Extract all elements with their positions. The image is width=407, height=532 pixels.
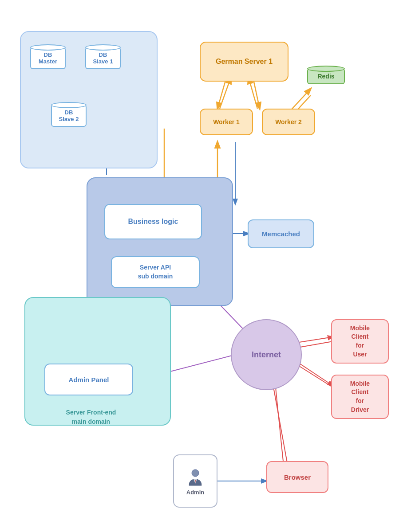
worker1-box: Worker 1 (200, 109, 253, 135)
internet-circle: Internet (231, 319, 302, 390)
memcached-box: Memcached (248, 219, 314, 248)
db-master-label: DB Master (39, 51, 57, 65)
admin-person-icon (186, 467, 205, 486)
db-slave1: DB Slave 1 (85, 44, 121, 69)
redis-label: Redis (317, 73, 334, 80)
german-server-label: German Server 1 (216, 58, 273, 66)
db-slave1-label: DB Slave 1 (93, 51, 113, 65)
business-logic-box: Business logic (104, 204, 202, 239)
admin-panel-label: Admin Panel (69, 376, 109, 383)
mobile-driver-box: Mobile Client for Driver (331, 375, 389, 419)
server-api-label: Server API sub domain (138, 263, 173, 281)
svg-line-2 (253, 78, 260, 109)
svg-point-16 (192, 469, 199, 477)
mobile-user-label: Mobile Client for User (350, 324, 370, 359)
frontend-label-text: Server Front-end main domain (66, 409, 116, 425)
svg-line-4 (249, 78, 257, 109)
frontend-label: Server Front-end main domain (42, 408, 140, 426)
admin-figure-label: Admin (186, 489, 204, 496)
worker2-label: Worker 2 (275, 118, 302, 125)
architecture-diagram: DB Master DB Slave 1 DB Slave 2 German S… (0, 0, 407, 532)
browser-box: Browser (266, 461, 328, 493)
server-api-box: Server API sub domain (111, 256, 200, 288)
admin-figure-box: Admin (173, 454, 217, 508)
admin-panel-box: Admin Panel (44, 364, 133, 395)
db-master: DB Master (30, 44, 66, 69)
db-slave2-label: DB Slave 2 (59, 109, 79, 122)
svg-line-14 (295, 364, 334, 388)
worker1-label: Worker 1 (213, 118, 240, 125)
mobile-user-box: Mobile Client for User (331, 319, 389, 364)
browser-label: Browser (284, 473, 311, 481)
frontend-group (24, 297, 171, 426)
german-server-box: German Server 1 (200, 42, 288, 82)
svg-line-3 (220, 78, 231, 109)
internet-label: Internet (252, 350, 281, 360)
worker2-box: Worker 2 (262, 109, 315, 135)
business-logic-label: Business logic (128, 218, 178, 226)
svg-line-1 (217, 78, 226, 109)
db-slave2: DB Slave 2 (51, 102, 87, 127)
mobile-driver-label: Mobile Client for Driver (350, 379, 370, 414)
redis: Redis (307, 66, 345, 84)
memcached-label: Memcached (262, 230, 300, 238)
svg-line-15 (274, 375, 284, 470)
